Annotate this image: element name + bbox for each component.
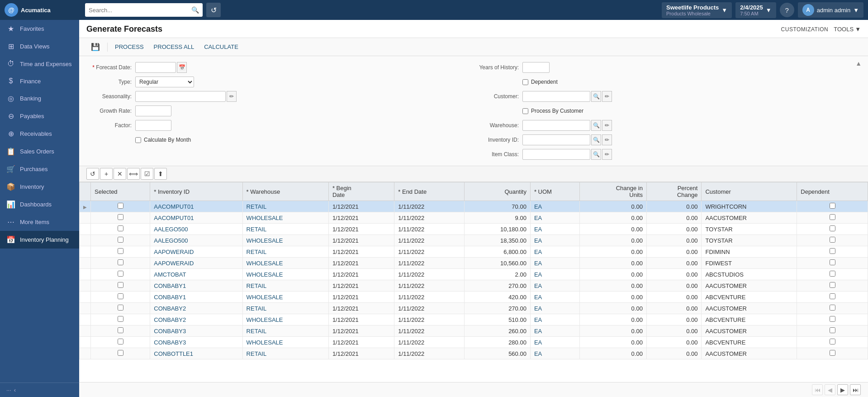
- dependent-checkbox[interactable]: [522, 79, 528, 85]
- row-checkbox-cell[interactable]: [91, 325, 150, 337]
- warehouse-link[interactable]: RETAIL: [247, 249, 267, 255]
- cell-dependent[interactable]: [797, 303, 868, 314]
- cell-uom[interactable]: EA: [530, 269, 579, 280]
- dependent-checkbox[interactable]: [830, 305, 835, 311]
- cell-uom[interactable]: EA: [530, 325, 579, 337]
- row-expand-cell[interactable]: [80, 246, 91, 258]
- cell-inventory-id[interactable]: AALEGO500: [150, 224, 242, 235]
- th-begin-date[interactable]: * BeginDate: [328, 182, 394, 201]
- cell-warehouse[interactable]: WHOLESALE: [242, 292, 328, 303]
- th-warehouse[interactable]: * Warehouse: [242, 182, 328, 201]
- cell-warehouse[interactable]: RETAIL: [242, 246, 328, 258]
- row-checkbox[interactable]: [118, 259, 123, 265]
- dependent-checkbox[interactable]: [830, 248, 835, 254]
- th-end-date[interactable]: * End Date: [394, 182, 465, 201]
- th-percent-change[interactable]: PercentChange: [646, 182, 702, 201]
- cell-dependent[interactable]: [797, 325, 868, 337]
- sidebar-item-inventory[interactable]: 📦 Inventory: [0, 178, 79, 196]
- cell-uom[interactable]: EA: [530, 292, 579, 303]
- row-checkbox-cell[interactable]: [91, 269, 150, 280]
- cell-uom[interactable]: EA: [530, 337, 579, 348]
- sidebar-collapse-toggle[interactable]: ··· ‹: [0, 383, 79, 397]
- row-checkbox[interactable]: [118, 203, 123, 209]
- sidebar-item-inventory-planning[interactable]: 📅 Inventory Planning: [0, 231, 79, 249]
- growth-rate-input[interactable]: 0.0000: [135, 105, 171, 116]
- uom-link[interactable]: EA: [534, 316, 542, 323]
- dependent-checkbox[interactable]: [830, 339, 835, 344]
- grid-refresh-button[interactable]: ↺: [86, 168, 99, 180]
- cell-inventory-id[interactable]: CONBABY2: [150, 303, 242, 314]
- sidebar-item-time-expenses[interactable]: ⏱ Time and Expenses: [0, 55, 79, 72]
- row-checkbox-cell[interactable]: [91, 235, 150, 246]
- inventory-id-link[interactable]: CONBABY3: [154, 339, 186, 346]
- cell-warehouse[interactable]: RETAIL: [242, 348, 328, 359]
- warehouse-link[interactable]: RETAIL: [247, 203, 267, 210]
- row-checkbox[interactable]: [118, 339, 123, 344]
- row-checkbox[interactable]: [118, 327, 123, 333]
- years-of-history-input[interactable]: 1: [522, 62, 550, 73]
- warehouse-link[interactable]: RETAIL: [247, 226, 267, 233]
- cell-warehouse[interactable]: WHOLESALE: [242, 269, 328, 280]
- warehouse-link[interactable]: WHOLESALE: [247, 316, 283, 323]
- form-collapse-button[interactable]: ▲: [855, 60, 862, 67]
- company-selector[interactable]: Sweetlife Products Products Wholesale ▼: [662, 2, 732, 18]
- warehouse-input[interactable]: [522, 120, 590, 131]
- warehouse-link[interactable]: RETAIL: [247, 328, 267, 335]
- cell-uom[interactable]: EA: [530, 246, 579, 258]
- cell-dependent[interactable]: [797, 212, 868, 224]
- th-uom[interactable]: * UOM: [530, 182, 579, 201]
- forecast-date-input[interactable]: 2/4/2025: [135, 62, 176, 73]
- cell-uom[interactable]: EA: [530, 348, 579, 359]
- inventory-id-link[interactable]: CONBABY2: [154, 316, 186, 323]
- sidebar-item-finance[interactable]: $ Finance: [0, 72, 79, 90]
- th-change-in-units[interactable]: Change inUnits: [579, 182, 646, 201]
- row-checkbox-cell[interactable]: [91, 303, 150, 314]
- warehouse-link[interactable]: RETAIL: [247, 350, 267, 357]
- row-checkbox-cell[interactable]: [91, 348, 150, 359]
- uom-link[interactable]: EA: [534, 249, 542, 255]
- cell-dependent[interactable]: [797, 201, 868, 212]
- row-expand-cell[interactable]: [80, 337, 91, 348]
- inventory-id-link[interactable]: AACOMPUT01: [154, 215, 194, 221]
- uom-link[interactable]: EA: [534, 203, 542, 210]
- row-checkbox-cell[interactable]: [91, 201, 150, 212]
- cell-warehouse[interactable]: WHOLESALE: [242, 235, 328, 246]
- dependent-checkbox[interactable]: [830, 316, 835, 322]
- sidebar-item-sales-orders[interactable]: 📋 Sales Orders: [0, 143, 79, 160]
- row-checkbox-cell[interactable]: [91, 337, 150, 348]
- uom-link[interactable]: EA: [534, 237, 542, 244]
- sidebar-item-dashboards[interactable]: 📊 Dashboards: [0, 196, 79, 213]
- cell-dependent[interactable]: [797, 224, 868, 235]
- cell-inventory-id[interactable]: CONBABY2: [150, 314, 242, 325]
- th-quantity[interactable]: Quantity: [465, 182, 530, 201]
- customer-search-button[interactable]: 🔍: [591, 91, 601, 102]
- uom-link[interactable]: EA: [534, 305, 542, 312]
- warehouse-link[interactable]: WHOLESALE: [247, 215, 283, 221]
- prev-page-button[interactable]: ◀: [825, 384, 835, 395]
- row-checkbox-cell[interactable]: [91, 246, 150, 258]
- inventory-id-edit-button[interactable]: ✏: [602, 134, 612, 145]
- history-button[interactable]: ↺: [206, 3, 221, 17]
- cell-warehouse[interactable]: RETAIL: [242, 280, 328, 292]
- process-all-button[interactable]: PROCESS ALL: [149, 42, 199, 52]
- cell-warehouse[interactable]: WHOLESALE: [242, 212, 328, 224]
- inventory-id-link[interactable]: AACOMPUT01: [154, 203, 194, 210]
- uom-link[interactable]: EA: [534, 282, 542, 289]
- inventory-id-link[interactable]: CONBABY1: [154, 294, 186, 301]
- cell-uom[interactable]: EA: [530, 224, 579, 235]
- row-expand-cell[interactable]: [80, 303, 91, 314]
- last-page-button[interactable]: ⏭: [850, 384, 861, 395]
- inventory-id-search-button[interactable]: 🔍: [591, 134, 601, 145]
- dependent-checkbox[interactable]: [830, 327, 835, 333]
- cell-warehouse[interactable]: WHOLESALE: [242, 314, 328, 325]
- row-checkbox[interactable]: [118, 282, 123, 288]
- warehouse-link[interactable]: WHOLESALE: [247, 294, 283, 301]
- row-checkbox[interactable]: [118, 214, 123, 220]
- cell-inventory-id[interactable]: AAPOWERAID: [150, 258, 242, 269]
- inventory-id-link[interactable]: AAPOWERAID: [154, 260, 194, 267]
- help-button[interactable]: ?: [780, 3, 794, 17]
- th-customer[interactable]: Customer: [702, 182, 797, 201]
- cell-uom[interactable]: EA: [530, 235, 579, 246]
- row-checkbox[interactable]: [118, 316, 123, 322]
- cell-dependent[interactable]: [797, 314, 868, 325]
